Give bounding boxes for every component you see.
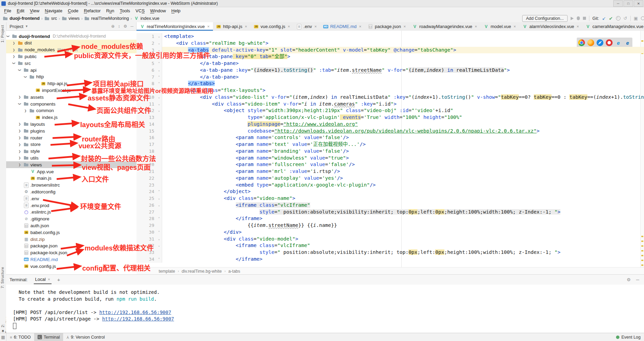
code-line-2[interactable]: 2⌄ <div class="realTime bg-white"> [137,40,644,47]
editor-breadcrumb-div-realTime-bg-white[interactable]: div.realTime.bg-white [182,269,221,274]
breadcrumb-item-duoji-frontend[interactable]: duoji-frontend [3,16,40,21]
tab-README-md[interactable]: README.md✕ [320,22,364,31]
tree-item-router[interactable]: ❯router [6,134,137,141]
menu-item-view[interactable]: View [27,8,42,14]
code-line-26[interactable]: 26⌄ <iframe class="vlcIframe" [137,202,644,209]
tool-strip-structure[interactable]: 7: Structure [0,267,4,288]
close-icon[interactable]: ✕ [245,25,247,28]
tree-item-dist-zip[interactable]: dist.zip [6,236,137,243]
fold-marker[interactable]: ⌄ [156,195,162,202]
code-line-25[interactable]: 25⌄ <div class="video-name"> [137,195,644,202]
code-line-15[interactable]: 15 codebase="http://downloads.videolan.o… [137,128,644,135]
close-icon[interactable]: ✕ [403,25,406,28]
tree-item-main-js[interactable]: main.js [6,175,137,182]
chevron-right-icon[interactable]: ❯ [18,156,21,160]
code-line-13[interactable]: 13 type='application/x-vlc-plugin' event… [137,114,644,121]
chevron-right-icon[interactable]: ❯ [13,41,15,45]
tool-window-switcher-icon[interactable]: ▦ [0,333,6,341]
collapse-all-icon[interactable]: ↕ [118,24,120,29]
fold-marker[interactable]: ⌄ [156,107,162,114]
code-line-29[interactable]: 29 {{item.streetName}} {{i.name}} [137,222,644,229]
fold-marker[interactable]: ⌃ [156,60,162,67]
tab-package-json[interactable]: package.json✕ [364,22,409,31]
tree-item-README-md[interactable]: README.md [6,256,137,263]
gear-icon[interactable]: ⚙ [627,277,631,282]
menu-item-window[interactable]: Window [148,8,168,14]
menu-item-navigate[interactable]: Navigate [42,8,65,14]
code-line-4[interactable]: 4⌄ <a-tab-pane key="0" tab="全部"> [137,53,644,60]
code-line-27[interactable]: 27 style=" position:absolute;visibility:… [137,209,644,216]
code-editor[interactable]: e e 1⌄<template>2⌄ <div class="realTime … [137,31,644,267]
chevron-down-icon[interactable]: ❯ [24,76,27,78]
fold-marker[interactable]: ⌄ [156,242,162,249]
git-commit-icon[interactable]: ✔ [609,16,613,21]
chevron-down-icon[interactable]: ❯ [18,69,22,71]
editor-breadcrumb-template[interactable]: template [159,269,175,274]
chevron-right-icon[interactable]: ❯ [24,109,27,112]
code-line-12[interactable]: 12⌄ <object style="width:390px;height:21… [137,107,644,114]
code-line-16[interactable]: 16 <param name='controls' value='false'/… [137,134,644,141]
rollback-icon[interactable]: ↺ [624,16,627,21]
history-icon[interactable] [616,16,620,21]
close-icon[interactable]: ✕ [359,25,362,28]
tree-item-duoji-frontend[interactable]: ❯duoji-frontendD:\zheheWeb\duoji-fronten… [6,33,137,40]
code-line-32[interactable]: 32⌄ <iframe class="vlcIframe" [137,242,644,249]
chevron-right-icon[interactable]: ❯ [18,95,21,99]
event-log-button[interactable]: Event Log [616,335,641,340]
close-button[interactable]: ✕ [634,0,643,7]
minimize-button[interactable]: ─ [613,0,623,7]
tool-strip-project[interactable]: 1: Project [0,25,4,42]
tree-item--editorconfig[interactable]: .editorconfig [6,188,137,195]
chevron-right-icon[interactable]: ❯ [18,143,21,146]
close-icon[interactable]: ✕ [475,25,477,28]
menu-item-edit[interactable]: Edit [14,8,27,14]
tab-http-api-js[interactable]: http-api.js✕ [213,22,251,31]
menu-item-code[interactable]: Code [66,8,81,14]
fold-marker[interactable]: ⌄ [156,67,162,74]
close-icon[interactable]: ✕ [207,25,210,28]
editor-breadcrumb-a-tabs[interactable]: a-tabs [228,269,240,274]
run-anything-icon[interactable]: ▣ [634,16,638,21]
code-line-1[interactable]: 1⌄<template> [137,33,644,40]
add-configuration-button[interactable]: Add Configuration... [522,15,568,22]
fold-marker[interactable]: ⌃ [156,188,162,195]
close-icon[interactable]: ✕ [513,25,516,28]
tab--env[interactable]: .env✕ [293,22,320,31]
fold-marker[interactable]: ⌄ [156,40,162,47]
chevron-down-icon[interactable]: ❯ [18,103,22,105]
code-line-20[interactable]: 20 <param name='fullscreen' value='false… [137,161,644,168]
breadcrumb-item-realTimeMonitoring[interactable]: realTimeMonitoring [84,16,129,21]
code-line-5[interactable]: 5⌃ </a-tab-pane> [137,60,644,67]
breadcrumb-item-index.vue[interactable]: index.vue [133,16,159,21]
status-item-terminal[interactable]: >_Terminal [34,333,63,341]
tab-realTimeMonitoring-index-vue[interactable]: realTimeMonitoring\index.vue✕ [137,22,213,31]
chevron-down-icon[interactable]: ❯ [6,35,10,37]
code-line-17[interactable]: 17 <param name='text' value='正在加载视频中...'… [137,141,644,148]
code-line-18[interactable]: 18 <param name='branding' value='false'/… [137,148,644,155]
debug-icon[interactable] [577,16,580,20]
code-line-34[interactable]: 34⌃ </iframe> [137,256,644,263]
code-line-30[interactable]: 30⌃ </div> [137,229,644,236]
hide-panel-icon[interactable]: ─ [636,277,639,282]
menu-item-file[interactable]: File [2,8,14,14]
project-panel-header[interactable]: Project ▼ ⊕ ↕ ⚙ ─ [6,22,137,31]
chevron-right-icon[interactable]: ❯ [18,136,21,139]
fold-marker[interactable]: ⌄ [156,33,162,40]
menu-item-vcs[interactable]: VCS [133,8,147,14]
fold-marker[interactable]: ⌃ [156,215,162,222]
terminal-tab-local[interactable]: Local ✕ [34,275,52,284]
close-icon[interactable]: ✕ [48,278,51,281]
maximize-button[interactable]: □ [624,0,633,7]
tab-model-vue[interactable]: model.vue✕ [480,22,519,31]
chevron-right-icon[interactable]: ❯ [13,48,15,52]
tree-item-auth-json[interactable]: auth.json [6,222,137,229]
tree-item-api[interactable]: ❯api [6,67,137,73]
code-line-3[interactable]: 3⌄ <a-tabs default-active-key="1" slot="… [137,47,644,54]
git-update-icon[interactable]: ↙ [602,16,606,21]
code-line-33[interactable]: 33 style=" position:absolute;visibility:… [137,249,644,256]
code-line-14[interactable]: 14 pluginspage="http://www.videolan.org" [137,121,644,128]
project-panel-title[interactable]: Project [10,24,23,29]
code-line-31[interactable]: 31⌄ <div class="video-model"> [137,236,644,243]
code-line-19[interactable]: 19 <param name="windowless" value="true"… [137,155,644,162]
code-line-11[interactable]: 11⌄ <div class="video-item" v-for="i in … [137,101,644,108]
